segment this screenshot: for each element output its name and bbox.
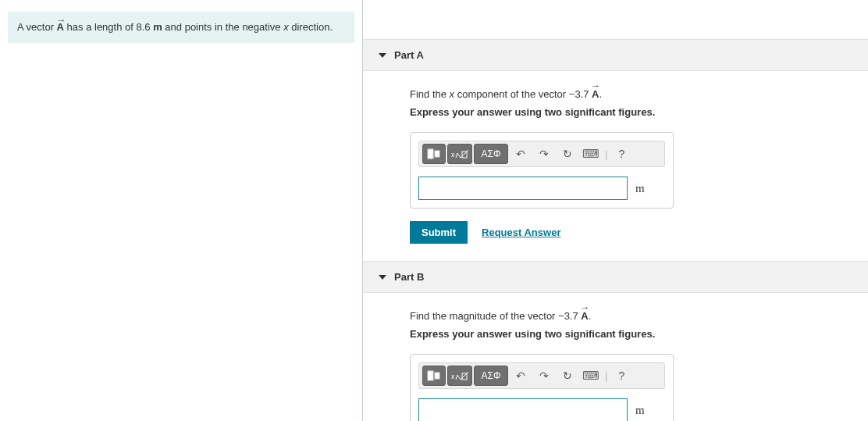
answer-input-a[interactable]	[418, 177, 628, 200]
equation-toolbar: x ΑΣΦ ↶ ↷ ↻ ⌨ | ?	[418, 362, 665, 389]
chevron-down-icon	[379, 53, 386, 58]
undo-button[interactable]: ↶	[510, 144, 532, 164]
svg-rect-5	[435, 373, 439, 379]
undo-button[interactable]: ↶	[510, 366, 532, 386]
unit-label: m	[635, 404, 645, 417]
answer-pane: Part A Find the x component of the vecto…	[363, 0, 868, 421]
prompt-text: Find the magnitude of the vector	[410, 310, 558, 322]
chevron-down-icon	[379, 275, 386, 280]
part-body-a: Find the x component of the vector −3.7 …	[363, 71, 868, 261]
problem-statement-pane: A vector A has a length of 8.6 m and poi…	[0, 0, 363, 421]
fraction-root-button[interactable]: x	[447, 366, 472, 386]
prompt-text: component of the vector	[454, 88, 569, 100]
sig-fig-hint: Express your answer using two significan…	[410, 106, 843, 118]
actions-row-a: Submit Request Answer	[410, 221, 843, 244]
intro-text: and points in the negative	[162, 21, 283, 33]
greek-symbols-button[interactable]: ΑΣΦ	[474, 144, 508, 164]
part-header-a[interactable]: Part A	[363, 39, 868, 71]
svg-rect-0	[428, 149, 433, 159]
submit-button[interactable]: Submit	[410, 221, 468, 244]
answer-box-a: x ΑΣΦ ↶ ↷ ↻ ⌨ | ? m	[410, 132, 674, 209]
redo-button[interactable]: ↷	[533, 366, 555, 386]
part-title: Part B	[394, 271, 424, 283]
reset-button[interactable]: ↻	[557, 144, 578, 164]
template-button[interactable]	[422, 366, 446, 386]
part-body-b: Find the magnitude of the vector −3.7 A.…	[363, 293, 868, 421]
toolbar-separator: |	[605, 148, 607, 160]
scalar-factor: −3.7	[569, 88, 589, 100]
length-unit: m	[153, 21, 162, 33]
sig-fig-hint: Express your answer using two significan…	[410, 328, 843, 340]
part-title: Part A	[394, 49, 424, 61]
vector-A-symbol: A	[592, 88, 599, 100]
greek-symbols-button[interactable]: ΑΣΦ	[474, 366, 508, 386]
keyboard-icon[interactable]: ⌨	[580, 144, 602, 164]
answer-input-b[interactable]	[418, 398, 628, 421]
help-button[interactable]: ?	[610, 144, 632, 164]
toolbar-separator: |	[605, 370, 607, 382]
intro-text: A vector	[17, 21, 57, 33]
request-answer-link[interactable]: Request Answer	[482, 227, 560, 238]
unit-label: m	[635, 182, 645, 195]
intro-text: direction.	[289, 21, 333, 33]
template-button[interactable]	[422, 144, 446, 164]
prompt-b: Find the magnitude of the vector −3.7 A.	[410, 310, 843, 322]
answer-box-b: x ΑΣΦ ↶ ↷ ↻ ⌨ | ? m	[410, 354, 674, 421]
keyboard-icon[interactable]: ⌨	[580, 366, 602, 386]
prompt-a: Find the x component of the vector −3.7 …	[410, 88, 843, 100]
scalar-factor: −3.7	[558, 310, 578, 322]
redo-button[interactable]: ↷	[533, 144, 555, 164]
vector-A-symbol: A	[57, 21, 64, 33]
help-button[interactable]: ?	[610, 366, 632, 386]
fraction-root-button[interactable]: x	[447, 144, 472, 164]
intro-text: has a length of	[64, 21, 137, 33]
part-header-b[interactable]: Part B	[363, 261, 868, 293]
svg-rect-1	[435, 151, 439, 157]
problem-intro: A vector A has a length of 8.6 m and poi…	[8, 12, 354, 43]
equation-toolbar: x ΑΣΦ ↶ ↷ ↻ ⌨ | ?	[418, 141, 665, 167]
svg-rect-4	[428, 371, 433, 380]
length-value: 8.6	[136, 21, 150, 33]
prompt-text: Find the	[410, 88, 450, 100]
svg-text:x: x	[451, 373, 455, 380]
svg-text:x: x	[451, 151, 455, 159]
reset-button[interactable]: ↻	[557, 366, 578, 386]
vector-A-symbol: A	[581, 310, 588, 322]
